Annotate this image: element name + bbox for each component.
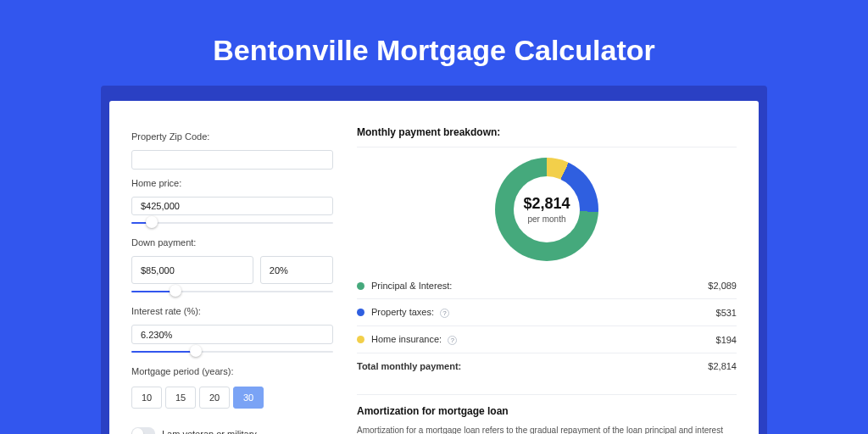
mortgage-period-group: 10 15 20 30 <box>131 387 333 409</box>
row-home-insurance: Home insurance: ? $194 <box>357 326 737 353</box>
period-15-button[interactable]: 15 <box>165 387 196 409</box>
zip-label: Property Zip Code: <box>131 131 333 142</box>
down-payment-label: Down payment: <box>131 237 333 248</box>
dot-icon <box>357 309 364 316</box>
veteran-label: I am veteran or military <box>162 429 257 434</box>
down-payment-slider[interactable] <box>131 289 333 292</box>
interest-rate-slider[interactable] <box>131 349 333 353</box>
down-payment-amount-input[interactable] <box>131 256 253 284</box>
payment-donut-chart: $2,814 per month <box>495 158 598 261</box>
total-value: $2,814 <box>708 361 737 371</box>
inputs-panel: Property Zip Code: Home price: Down paym… <box>131 126 333 434</box>
row-value: $531 <box>716 308 737 318</box>
home-price-input[interactable] <box>131 197 333 216</box>
mortgage-period-label: Mortgage period (years): <box>131 366 333 376</box>
row-label: Principal & Interest: <box>371 281 708 291</box>
card-outer: Property Zip Code: Home price: Down paym… <box>101 86 767 434</box>
row-total: Total monthly payment: $2,814 <box>357 353 737 379</box>
period-10-button[interactable]: 10 <box>131 387 162 409</box>
donut-sub: per month <box>523 214 570 224</box>
period-20-button[interactable]: 20 <box>199 387 230 409</box>
interest-rate-label: Interest rate (%): <box>131 306 333 316</box>
dot-icon <box>357 282 364 290</box>
row-value: $2,089 <box>708 281 737 291</box>
calculator-card: Property Zip Code: Home price: Down paym… <box>109 101 759 434</box>
row-label: Home insurance: ? <box>371 334 716 345</box>
donut-amount: $2,814 <box>523 195 570 213</box>
amortization-section: Amortization for mortgage loan Amortizat… <box>357 394 737 434</box>
amortization-title: Amortization for mortgage loan <box>357 405 737 424</box>
home-price-slider[interactable] <box>131 220 333 224</box>
row-property-taxes: Property taxes: ? $531 <box>357 298 737 326</box>
home-price-label: Home price: <box>131 178 333 188</box>
info-icon[interactable]: ? <box>448 336 457 345</box>
page-title: Bentonville Mortgage Calculator <box>0 0 868 86</box>
zip-input[interactable] <box>131 150 333 170</box>
total-label: Total monthly payment: <box>357 361 708 371</box>
veteran-toggle[interactable] <box>131 427 155 434</box>
row-label: Property taxes: ? <box>371 307 716 318</box>
down-payment-pct-input[interactable] <box>260 256 333 284</box>
row-principal-interest: Principal & Interest: $2,089 <box>357 273 737 298</box>
info-icon[interactable]: ? <box>440 309 449 318</box>
breakdown-title: Monthly payment breakdown: <box>357 126 737 147</box>
interest-rate-input[interactable] <box>131 325 333 344</box>
amortization-text: Amortization for a mortgage loan refers … <box>357 424 737 434</box>
row-value: $194 <box>716 335 737 345</box>
dot-icon <box>357 336 364 343</box>
period-30-button[interactable]: 30 <box>233 387 264 409</box>
breakdown-panel: Monthly payment breakdown: $2,814 per mo… <box>357 126 737 434</box>
